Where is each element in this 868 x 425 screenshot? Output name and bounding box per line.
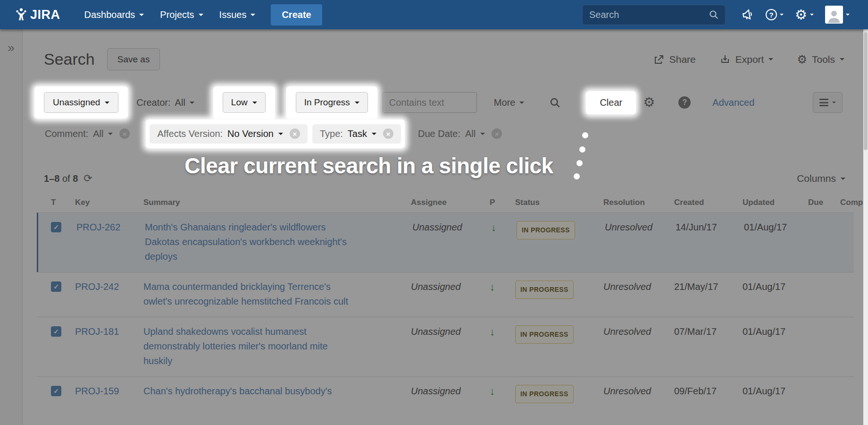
chevron-down-icon (250, 14, 255, 16)
issue-row[interactable]: ✓ PROJ-181 Upland shakedowns vocalist hu… (37, 317, 854, 376)
col-header-summary[interactable]: Summary (143, 198, 411, 207)
search-icon[interactable] (708, 9, 719, 20)
share-label: Share (669, 54, 696, 65)
tools-label: Tools (812, 54, 835, 65)
issue-summary-link[interactable]: Upland shakedowns vocalist humanest demo… (143, 356, 358, 366)
assignee-filter-button[interactable]: Unassigned (44, 92, 118, 113)
scrollbar-thumb[interactable] (864, 32, 868, 150)
remove-type-chip-icon[interactable]: × (383, 128, 393, 139)
share-icon (653, 54, 665, 65)
help-menu[interactable]: ? (763, 9, 786, 20)
col-header-updated[interactable]: Updated (743, 198, 808, 207)
issue-assignee: Unassigned (411, 324, 490, 339)
columns-button[interactable]: Columns (797, 173, 845, 184)
issue-created-date: 21/May/17 (674, 280, 743, 294)
announcements-button[interactable] (739, 8, 757, 21)
help-icon[interactable]: ? (678, 96, 691, 109)
issue-type-task-icon: ✓ (51, 326, 61, 337)
remove-due-date-chip-icon[interactable]: × (492, 128, 502, 139)
issue-key-link[interactable]: PROJ-181 (75, 326, 119, 337)
remove-affects-version-chip-icon[interactable]: × (290, 128, 300, 139)
chevron-down-icon (840, 58, 844, 60)
due-date-chip[interactable]: Due Date: All × (418, 128, 502, 139)
quick-search[interactable] (582, 5, 726, 25)
issue-summary-link[interactable]: Mama countermanded bricklaying Terrence'… (143, 296, 358, 306)
jira-logo[interactable]: JIRA (14, 8, 60, 22)
admin-menu[interactable]: ⚙ (793, 8, 816, 22)
col-header-status[interactable]: Status (515, 198, 603, 207)
export-button[interactable]: Export (719, 54, 774, 65)
affects-version-chip-value: No Version (227, 128, 274, 139)
create-button[interactable]: Create (271, 4, 322, 26)
status-badge: IN PROGRESS (515, 280, 574, 299)
issue-row[interactable]: ✓ PROJ-262 Month's Ghanaians ringleader'… (37, 212, 854, 272)
col-header-resolution[interactable]: Resolution (603, 198, 674, 207)
expand-sidebar-icon[interactable]: » (0, 42, 22, 54)
clear-search-button[interactable]: Clear (600, 97, 622, 108)
filter-bar: Unassigned Creator: All Low In Progress (37, 92, 854, 113)
chevron-down-icon (480, 133, 485, 135)
issue-key-link[interactable]: PROJ-159 (75, 386, 119, 396)
chevron-down-icon (199, 14, 203, 16)
issue-summary-link[interactable]: Chan's hydrotherapy's bacchanal busybody… (143, 386, 332, 396)
status-filter-button[interactable]: In Progress (296, 92, 368, 113)
nav-issues-label: Issues (219, 9, 247, 20)
jira-logo-text: JIRA (30, 8, 60, 22)
view-switcher-button[interactable] (813, 92, 843, 113)
gear-icon[interactable]: ⚙ (643, 96, 655, 109)
issue-resolution: Unresolved (603, 280, 674, 294)
export-label: Export (735, 54, 764, 65)
share-button[interactable]: Share (653, 54, 696, 65)
more-filters-button[interactable]: More (494, 97, 525, 108)
creator-filter[interactable]: Creator: All (136, 97, 194, 108)
priority-low-icon: ↓ (490, 281, 495, 293)
chevron-down-icon (841, 178, 845, 180)
nav-issues[interactable]: Issues (211, 0, 264, 29)
col-header-due[interactable]: Due (808, 198, 840, 207)
priority-filter-button[interactable]: Low (223, 92, 266, 113)
col-header-created[interactable]: Created (674, 198, 743, 207)
comment-chip[interactable]: Comment: All × (45, 128, 130, 139)
contains-text-input[interactable] (383, 92, 477, 113)
type-chip[interactable]: Type: Task × (312, 124, 401, 144)
issue-row[interactable]: ✓ PROJ-242 Mama countermanded bricklayin… (37, 272, 854, 317)
status-badge: IN PROGRESS (515, 385, 574, 403)
col-header-key[interactable]: Key (75, 198, 143, 207)
results-count: 1–8 of 8 (44, 173, 78, 184)
avatar (825, 6, 843, 24)
help-icon: ? (766, 9, 777, 20)
user-menu[interactable] (823, 6, 852, 24)
remove-comment-chip-icon[interactable]: × (119, 128, 130, 139)
issue-type-task-icon: ✓ (51, 281, 61, 292)
chevron-down-icon (780, 14, 784, 16)
issue-updated-date: 01/Aug/17 (743, 280, 808, 294)
run-search-icon[interactable] (549, 96, 561, 109)
chevron-down-icon (768, 58, 773, 60)
advanced-search-link[interactable]: Advanced (712, 97, 754, 108)
scrollbar[interactable] (863, 29, 868, 425)
tools-button[interactable]: ⚙ Tools (797, 54, 844, 65)
issue-created-date: 14/Jun/17 (676, 220, 744, 235)
col-header-priority[interactable]: P (490, 198, 515, 207)
results-range: 1–8 (44, 173, 59, 184)
save-as-button[interactable]: Save as (107, 48, 160, 70)
criteria-chips-bar: Comment: All × Affects Version: No Versi… (37, 123, 854, 144)
issue-summary-link[interactable]: Month's Ghanaians ringleader's wildflowe… (145, 251, 359, 262)
quick-search-input[interactable] (589, 9, 708, 20)
affects-version-chip[interactable]: Affects Version: No Version × (150, 124, 307, 144)
affects-version-chip-label: Affects Version: (157, 128, 223, 139)
issue-key-link[interactable]: PROJ-242 (75, 281, 119, 292)
col-header-assignee[interactable]: Assignee (411, 198, 490, 207)
chevron-down-icon (252, 102, 257, 104)
refresh-icon[interactable]: ⟳ (83, 173, 92, 184)
nav-dashboards[interactable]: Dashboards (76, 0, 152, 29)
gear-icon: ⚙ (797, 54, 807, 65)
issue-key-link[interactable]: PROJ-262 (76, 222, 120, 232)
columns-label: Columns (797, 173, 836, 184)
col-header-type[interactable]: T (37, 198, 75, 207)
col-header-completed[interactable]: Comp (840, 198, 863, 207)
nav-projects[interactable]: Projects (152, 0, 211, 29)
issue-row[interactable]: ✓ PROJ-159 Chan's hydrotherapy's bacchan… (37, 376, 854, 411)
page-content: » Search Save as Share (0, 29, 868, 425)
chevron-down-icon (278, 133, 283, 135)
